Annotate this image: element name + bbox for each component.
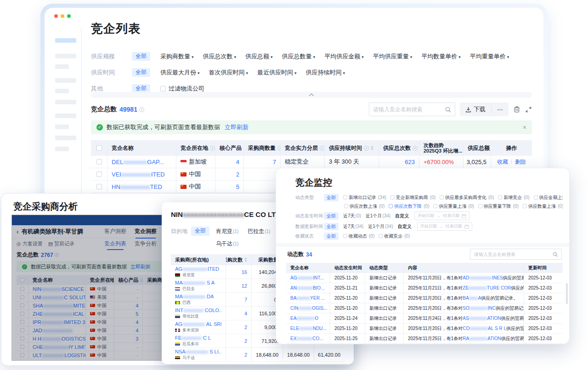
type-checkbox-option[interactable]: 新增出口记录(34) (343, 194, 386, 201)
buyer-name-link[interactable]: INTxxxxxxxx COLO... (175, 307, 221, 313)
table-row[interactable]: ELExxxxxx NDU... 2025-11-20 新增出口记录 2025年… (286, 324, 563, 334)
filter-collapse-bar[interactable] (91, 92, 532, 98)
competitor-name-link[interactable]: EAxxxxxxxx O (286, 313, 330, 323)
type-checkbox-option[interactable]: 竞企新增采购商(0) (390, 194, 435, 201)
table-row[interactable]: BAxxxxxx YER ... 2025-11-20 新增出口记录 2025年… (286, 293, 563, 303)
competitor-name-link[interactable]: EXxxxxxxx CO... (286, 334, 330, 343)
type-checkbox-option[interactable]: 供应重量上涨(0) (433, 203, 474, 210)
last-month-option[interactable]: 近1个月(34) (366, 213, 390, 219)
row-checkbox[interactable] (96, 171, 102, 177)
competitor-name-link[interactable]: AGxxxxxxx INT... (286, 273, 330, 283)
filter-dropdown-supply-qty[interactable]: 供应总数量 (282, 52, 316, 61)
sidebar-item[interactable] (55, 147, 69, 151)
filter-dropdown-avg-amount[interactable]: 平均供应金额 (324, 52, 364, 61)
core-product-count[interactable]: 4 (215, 156, 244, 168)
type-checkbox-option[interactable]: 供应最多采购商变化(0) (440, 194, 494, 201)
competitor-search-input[interactable] (373, 106, 445, 113)
sidebar-item[interactable] (55, 54, 76, 58)
competitor-name-link[interactable]: VEIxxxxxxxxxxITED (107, 168, 176, 180)
table-row[interactable]: EAxxxxxxxx O 2025-11-24 新增出口记录 2025年11月2… (286, 313, 563, 324)
trash-icon[interactable] (513, 106, 520, 113)
filter-all-pill[interactable]: 全部 (132, 52, 150, 61)
competitor-name-link[interactable]: DELxxxxxxxxGAP... (107, 156, 176, 168)
competitor-name-link[interactable]: BAxxxxxx YER ... (286, 293, 330, 303)
competitor-name-link[interactable]: HNxxxxxxxxxxTED (107, 181, 176, 193)
last-7-days-option[interactable]: 近7天(0) (343, 213, 361, 219)
buyer-name-link[interactable]: AGxxxxxxxxx AL SRL (175, 321, 221, 327)
row-checkbox[interactable] (96, 184, 102, 189)
filter-dropdown-buyer-count[interactable]: 采购商数量 (160, 52, 194, 61)
core-product-count[interactable]: 5 (215, 181, 244, 193)
buyer-name-link[interactable]: MAxxxxxxxxx DA (175, 294, 214, 300)
table-row[interactable]: EXxxxxxxx CO... 2025-11-25 新增出口记录 2025年1… (286, 334, 563, 344)
competitor-name-link[interactable]: CINxxxxxx OGIS... (286, 303, 330, 313)
last-7-days-option[interactable]: 近7天(34) (343, 223, 363, 230)
search-icon[interactable] (445, 107, 451, 113)
filter-all-pill[interactable]: 全部 (324, 223, 339, 230)
custom-range-label[interactable]: 自定义 (398, 223, 412, 230)
monitor-search-input[interactable] (474, 252, 553, 257)
filter-dropdown-avg-qty-price[interactable]: 平均数量单价 (421, 52, 461, 61)
last-month-option[interactable]: 近1个月(34) (368, 223, 393, 230)
filter-all-pill[interactable]: 全部 (132, 68, 150, 77)
filter-dropdown-supply-duration[interactable]: 供应持续时间 (306, 68, 345, 77)
buyer-name-link[interactable]: AGxxxxxxxxxxITED (175, 266, 219, 272)
buyer-count[interactable]: 7 (244, 156, 281, 168)
sidebar-item[interactable] (55, 78, 76, 83)
sidebar-item[interactable] (55, 125, 69, 129)
sidebar-item[interactable] (55, 89, 69, 93)
sidebar-item[interactable] (55, 64, 69, 69)
type-checkbox-option[interactable]: 新增竞企(0) (498, 194, 529, 201)
destination-option[interactable]: 肯尼亚(1) (216, 227, 238, 236)
close-dot-icon[interactable] (54, 14, 58, 18)
destination-option[interactable]: 巴拉圭(1) (248, 227, 270, 236)
table-row[interactable]: CINxxxxxx OGIS... 2025-11-20 新增出口记录 2025… (286, 303, 563, 313)
type-checkbox-option[interactable]: 供应数量上涨(0) (523, 203, 563, 210)
sort-icon[interactable] (371, 144, 373, 152)
scrollbar-thumb[interactable] (566, 283, 568, 304)
type-checkbox-option-highlighted[interactable]: 供应次数下降(0) (389, 203, 429, 210)
filter-dropdown-recent-supply[interactable]: 最近供应时间 (257, 68, 297, 77)
filter-dropdown-avg-weight-price[interactable]: 平均重量单价 (470, 52, 509, 61)
banner-close-icon[interactable]: × (523, 124, 526, 131)
sidebar-item-active[interactable] (55, 38, 76, 43)
competitor-name-link[interactable]: ANxxxxxxx BIO... (286, 283, 330, 293)
row-checkbox[interactable] (96, 159, 102, 165)
filter-dropdown-supply-times[interactable]: 供应总次数 (203, 52, 237, 61)
refresh-now-link[interactable]: 立即刷新 (225, 123, 249, 131)
search-icon[interactable] (553, 252, 558, 257)
filter-all-pill[interactable]: 全部 (324, 233, 339, 240)
filter-dropdown-first-supply[interactable]: 首次供应时间 (209, 68, 249, 77)
filter-dropdown-supply-amount[interactable]: 供应总额 (245, 52, 273, 61)
filter-checkbox-label[interactable]: 过滤物流公司 (169, 85, 204, 93)
favorite-link[interactable]: 收藏 (497, 158, 508, 166)
core-product-count[interactable]: 2 (215, 168, 244, 180)
supply-times[interactable]: 623 (379, 156, 419, 168)
filter-all-pill[interactable]: 全部 (324, 212, 339, 220)
destination-all-pill[interactable]: 全部 (191, 227, 209, 236)
date-range-input[interactable]: 开始日期→结束日期 (417, 222, 472, 231)
sort-icon[interactable] (244, 256, 247, 263)
type-checkbox-option[interactable]: 供应次数上涨(0) (344, 203, 384, 210)
maximize-dot-icon[interactable] (67, 14, 71, 18)
table-row[interactable]: NSAxxxxxxxxx S LI...乌干达 2 18,648.00 18,6… (171, 348, 345, 362)
sidebar-item[interactable] (55, 114, 76, 118)
filter-dropdown-max-month[interactable]: 供应最大月份 (160, 68, 200, 77)
sidebar-item[interactable] (55, 136, 76, 140)
sidebar-item[interactable] (55, 100, 76, 104)
type-checkbox-option[interactable]: 供应重量下降(0) (478, 203, 519, 210)
custom-range-label[interactable]: 自定义 (395, 213, 409, 219)
filter-dropdown-avg-weight[interactable]: 平均供应重量 (373, 52, 413, 61)
expand-icon[interactable] (525, 106, 532, 113)
delete-link[interactable]: 删除 (515, 158, 526, 166)
filter-all-pill[interactable]: 全部 (324, 194, 339, 201)
select-all-checkbox[interactable] (96, 145, 102, 151)
table-row[interactable]: AGxxxxxxx INT... 2025-11-20 新增出口记录 2025年… (286, 273, 563, 283)
filter-logistics-checkbox[interactable] (160, 86, 166, 91)
table-row[interactable]: DELxxxxxxxxGAP... 新加坡 4 7 稳定竞企 3 年 300 天… (91, 156, 532, 168)
date-range-input[interactable]: 开始日期→结束日期 (414, 211, 469, 220)
type-checkbox-option[interactable]: 供应金额上涨(0) (534, 194, 563, 201)
minimize-dot-icon[interactable] (61, 14, 64, 18)
fav-checkbox-option[interactable]: 收藏动态(0) (343, 233, 374, 239)
buyer-name-link[interactable]: MAxxxxxxxxx S A (175, 280, 215, 286)
